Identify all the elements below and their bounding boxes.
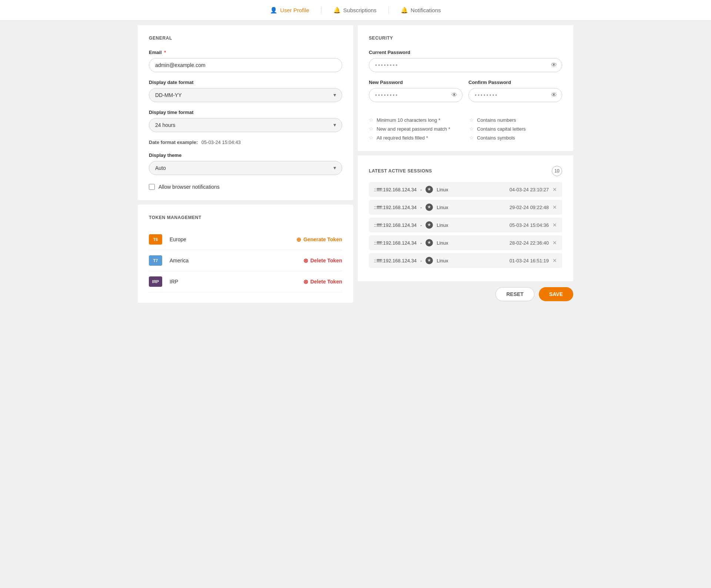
general-section-title: GENERAL xyxy=(149,36,342,41)
session-os: Linux xyxy=(437,187,448,192)
rule-symbols: ☆ Contains symbols xyxy=(469,135,562,141)
general-panel: GENERAL Email * Display date format DD-M… xyxy=(138,25,353,200)
rule-fields: ☆ All required fields filled * xyxy=(369,135,462,141)
browser-icon xyxy=(425,221,433,229)
browser-icon xyxy=(425,186,433,193)
session-time: 01-03-24 16:51:19 ✕ xyxy=(510,258,557,263)
current-password-eye-icon[interactable]: 👁 xyxy=(551,62,557,68)
time-format-select-wrapper: 24 hours 12 hours ▼ xyxy=(149,118,342,132)
session-close-button[interactable]: ✕ xyxy=(553,187,557,192)
session-os: Linux xyxy=(437,240,448,246)
nav-subscriptions[interactable]: 🔔 Subscriptions xyxy=(321,7,389,14)
token-badge-irp: IRP xyxy=(149,276,162,287)
notifications-checkbox-label: Allow browser notifications xyxy=(158,184,220,190)
session-ip: ::ffff:192.168.124.34 xyxy=(374,240,417,246)
session-time: 28-02-24 22:36:40 ✕ xyxy=(510,240,557,246)
rule-star-icon: ☆ xyxy=(469,126,474,132)
time-format-select[interactable]: 24 hours 12 hours xyxy=(149,118,342,132)
date-format-select[interactable]: DD-MM-YY MM-DD-YY YY-MM-DD xyxy=(149,88,342,102)
browser-icon xyxy=(425,204,433,211)
session-os: Linux xyxy=(437,205,448,210)
email-input[interactable] xyxy=(149,58,342,72)
new-password-eye-icon[interactable]: 👁 xyxy=(451,92,457,98)
session-info: ::ffff:192.168.124.34 - Linux xyxy=(374,221,448,229)
theme-select[interactable]: Auto Light Dark xyxy=(149,161,342,175)
session-time: 04-03-24 23:10:27 ✕ xyxy=(510,187,557,192)
nav-notifications[interactable]: 🔔 Notifications xyxy=(389,7,453,14)
token-name-irp: IRP xyxy=(170,279,296,285)
current-password-input[interactable] xyxy=(369,58,562,72)
token-row-irp: IRP IRP ⊗ Delete Token xyxy=(149,271,342,292)
session-row: ::ffff:192.168.124.34 - Linux 29-02-24 0… xyxy=(369,200,562,215)
bell-icon-subscriptions: 🔔 xyxy=(333,7,341,14)
current-password-wrapper: 👁 xyxy=(369,58,562,72)
token-badge-t7: T7 xyxy=(149,255,162,266)
delete-token-button-irp[interactable]: ⊗ Delete Token xyxy=(303,278,342,285)
rule-numbers: ☆ Contains numbers xyxy=(469,117,562,123)
session-info: ::ffff:192.168.124.34 - Linux xyxy=(374,186,448,193)
top-nav: 👤 User Profile 🔔 Subscriptions 🔔 Notific… xyxy=(0,0,711,21)
confirm-password-input[interactable] xyxy=(468,88,562,102)
rule-star-icon: ☆ xyxy=(369,117,374,123)
new-password-input[interactable] xyxy=(369,88,463,102)
session-info: ::ffff:192.168.124.34 - Linux xyxy=(374,204,448,211)
new-password-label: New Password xyxy=(369,80,463,85)
session-time: 29-02-24 09:22:48 ✕ xyxy=(510,204,557,210)
separator: - xyxy=(420,187,422,192)
rule-star-icon: ☆ xyxy=(369,135,374,141)
confirm-password-eye-icon[interactable]: 👁 xyxy=(551,92,557,98)
session-close-button[interactable]: ✕ xyxy=(553,222,557,228)
security-section-title: SECURITY xyxy=(369,36,562,41)
token-badge-t6: T6 xyxy=(149,234,162,245)
sessions-section-title: LATEST ACTIVE SESSIONS xyxy=(369,168,432,174)
confirm-password-label: Confirm Password xyxy=(468,80,562,85)
rule-min-chars: ☆ Minimum 10 characters long * xyxy=(369,117,462,123)
token-management-panel: TOKEN MANAGEMENT T6 Europe ⊕ Generate To… xyxy=(138,205,353,303)
password-rules: ☆ Minimum 10 characters long * ☆ Contain… xyxy=(369,117,562,141)
sessions-count-badge: 10 xyxy=(552,166,562,176)
session-ip: ::ffff:192.168.124.34 xyxy=(374,205,417,210)
delete-token-button-t7[interactable]: ⊗ Delete Token xyxy=(303,257,342,264)
user-icon: 👤 xyxy=(270,7,277,14)
token-name-america: America xyxy=(170,258,296,263)
session-info: ::ffff:192.168.124.34 - Linux xyxy=(374,239,448,246)
session-row: ::ffff:192.168.124.34 - Linux 01-03-24 1… xyxy=(369,253,562,268)
rule-star-icon: ☆ xyxy=(369,126,374,132)
delete-circle-icon-irp: ⊗ xyxy=(303,278,308,285)
token-row-t7: T7 America ⊗ Delete Token xyxy=(149,250,342,271)
sessions-header: LATEST ACTIVE SESSIONS 10 xyxy=(369,166,562,176)
reset-button[interactable]: RESET xyxy=(495,287,534,301)
date-format-select-wrapper: DD-MM-YY MM-DD-YY YY-MM-DD ▼ xyxy=(149,88,342,102)
time-format-group: Display time format 24 hours 12 hours ▼ xyxy=(149,110,342,132)
token-section-title: TOKEN MANAGEMENT xyxy=(149,215,342,220)
session-close-button[interactable]: ✕ xyxy=(553,240,557,246)
session-row: ::ffff:192.168.124.34 - Linux 04-03-24 2… xyxy=(369,182,562,197)
session-close-button[interactable]: ✕ xyxy=(553,258,557,263)
session-ip: ::ffff:192.168.124.34 xyxy=(374,258,417,263)
security-panel: SECURITY Current Password 👁 New Password… xyxy=(358,25,573,151)
session-time: 05-03-24 15:04:36 ✕ xyxy=(510,222,557,228)
theme-group: Display theme Auto Light Dark ▼ xyxy=(149,152,342,175)
token-row-t6: T6 Europe ⊕ Generate Token xyxy=(149,229,342,250)
separator: - xyxy=(420,258,422,263)
rule-star-icon: ☆ xyxy=(469,117,474,123)
rule-capitals: ☆ Contains capital letters xyxy=(469,126,562,132)
email-label: Email * xyxy=(149,50,342,55)
browser-icon xyxy=(425,257,433,264)
delete-circle-icon-t7: ⊗ xyxy=(303,257,308,264)
session-os: Linux xyxy=(437,222,448,228)
nav-user-profile[interactable]: 👤 User Profile xyxy=(258,7,321,14)
confirm-password-wrapper: 👁 xyxy=(468,88,562,102)
date-format-label: Display date format xyxy=(149,80,342,85)
new-password-group: New Password 👁 xyxy=(369,80,463,102)
notifications-checkbox[interactable] xyxy=(149,184,155,190)
generate-token-button-t6[interactable]: ⊕ Generate Token xyxy=(296,236,342,243)
current-password-label: Current Password xyxy=(369,50,562,55)
separator: - xyxy=(420,240,422,246)
date-format-group: Display date format DD-MM-YY MM-DD-YY YY… xyxy=(149,80,342,102)
nav-subscriptions-label: Subscriptions xyxy=(343,7,377,13)
time-format-label: Display time format xyxy=(149,110,342,115)
session-close-button[interactable]: ✕ xyxy=(553,204,557,210)
nav-notifications-label: Notifications xyxy=(411,7,441,13)
save-button[interactable]: SAVE xyxy=(539,287,573,301)
